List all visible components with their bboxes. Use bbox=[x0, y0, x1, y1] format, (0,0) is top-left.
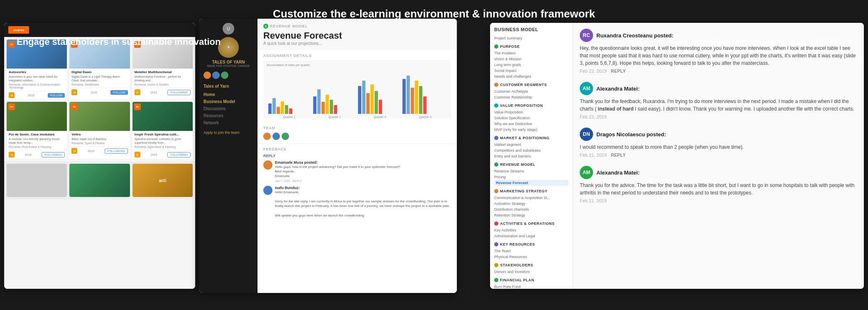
follow-button[interactable]: FOLLOW bbox=[48, 93, 65, 98]
card-actions: ♻ 2019 FOLLOW bbox=[7, 91, 67, 99]
follow-button[interactable]: FOLLOW bbox=[110, 90, 128, 95]
sidebar-item-home[interactable]: Home bbox=[204, 91, 253, 98]
bm-link-customer-archetype[interactable]: Customer Archetype bbox=[494, 89, 569, 94]
commenter-name: Alexandra Matei: bbox=[596, 86, 640, 92]
card-body: Pui de Somn. Casa modulara A modular, ec… bbox=[7, 131, 67, 150]
bm-link-revenue-streams[interactable]: Revenue Streams bbox=[494, 168, 569, 174]
commenter-name: Dragos Nicolaescu posted: bbox=[596, 131, 666, 138]
commenter-name: Emanuele Musa posted: bbox=[275, 160, 400, 165]
chart-label: Accumulation of sales per quarter bbox=[267, 64, 448, 66]
comment-block: RC Ruxandra Creosteanu posted: Hey, the … bbox=[580, 29, 857, 74]
bm-link-customer-relationship[interactable]: Customer Relationship bbox=[494, 94, 569, 100]
bm-link-project-summary[interactable]: Project summary bbox=[494, 35, 569, 41]
sidebar-item-resources[interactable]: Resources bbox=[204, 112, 253, 119]
comment-date: Feb 21, 2019 bbox=[580, 153, 607, 157]
revenue-title: Revenue Forecast bbox=[263, 30, 451, 41]
sidebar-item-network[interactable]: Network bbox=[204, 119, 253, 126]
revenue-subtitle: A quick look at our projections... bbox=[263, 41, 451, 46]
card-body: Digital Dawn Digital Dawn is a Light The… bbox=[69, 69, 130, 88]
reply-button[interactable]: REPLY bbox=[611, 153, 626, 157]
revenue-dot: $ bbox=[263, 24, 268, 29]
bm-link-retention[interactable]: Retention Strategy bbox=[494, 212, 569, 218]
bm-link-entry-exit[interactable]: Entry and exit barriers bbox=[494, 153, 569, 159]
section-dot-marketing bbox=[494, 189, 498, 193]
bar bbox=[334, 105, 337, 114]
sidebar-item-discussions[interactable]: Discussions bbox=[204, 105, 253, 112]
commenter-name: Alexandra Matei: bbox=[596, 170, 640, 176]
brand-name: TALES OF YARN bbox=[204, 60, 253, 64]
bm-link-donors[interactable]: Donors and Investors bbox=[494, 269, 569, 275]
section-dot-revenue bbox=[494, 162, 498, 167]
reply-button[interactable]: REPLY bbox=[611, 69, 626, 74]
bar bbox=[362, 81, 365, 114]
team-avatar-row bbox=[204, 71, 253, 79]
bm-link-needs[interactable]: Needs and challenges bbox=[494, 74, 569, 79]
bm-link-admin-legal[interactable]: Administrative and Legal bbox=[494, 233, 569, 239]
card-title: Mobilier Multifunctional bbox=[135, 70, 191, 74]
following-button[interactable]: FOLLOWING bbox=[167, 90, 191, 95]
card-year: 2019 bbox=[151, 153, 157, 156]
comment-text: Hello Emanuele,Sorry for the late reply.… bbox=[275, 190, 451, 218]
comment-header: DN Dragos Nicolaescu posted: bbox=[580, 128, 857, 141]
bm-link-social-impact[interactable]: Social impact bbox=[494, 68, 569, 74]
bm-link-comm-acq[interactable]: Communication & Acquisition St... bbox=[494, 195, 569, 201]
bm-link-physical-resources[interactable]: Physical Resources bbox=[494, 254, 569, 260]
section-label-stakeholders: STAKEHOLDERS bbox=[500, 263, 533, 267]
bm-link-burn-rate[interactable]: Burn Rate Fund bbox=[494, 284, 569, 289]
card-country: Romania, Healthcare bbox=[71, 83, 128, 86]
card-title: Pui de Somn. Casa modulara bbox=[9, 133, 65, 136]
reply-label[interactable]: REPLY bbox=[263, 154, 451, 158]
bar bbox=[379, 100, 382, 114]
bar bbox=[411, 88, 414, 114]
bar bbox=[358, 86, 361, 114]
card-body: Mobilier Multifunctional Multifunctional… bbox=[132, 69, 193, 88]
comment-header: AM Alexandra Matei: bbox=[580, 166, 857, 179]
section-dot-resources bbox=[494, 242, 498, 246]
comment-block: AM Alexandra Matei: Thank you for the ad… bbox=[580, 166, 857, 203]
following-button[interactable]: FOLLOWING bbox=[105, 148, 128, 154]
sidebar-item-business-model[interactable]: Business Model bbox=[204, 98, 253, 105]
bar bbox=[415, 81, 418, 114]
bm-link-distinctive[interactable]: Why we are Distinctive bbox=[494, 121, 569, 127]
bm-link-long-term[interactable]: Long term goals bbox=[494, 62, 569, 68]
card-actions: ♻ 2019 FOLLOWING bbox=[132, 88, 193, 96]
apply-link[interactable]: Apply to join the team bbox=[204, 130, 253, 135]
bm-link-competitors[interactable]: Competitors and substitutes bbox=[494, 148, 569, 153]
business-model-sidebar: BUSINESS MODEL Project summary PURPOSE T… bbox=[490, 23, 573, 289]
bm-link-the-team[interactable]: The Team bbox=[494, 248, 569, 254]
commenter-avatar: AM bbox=[580, 166, 593, 179]
center-sidebar: U ✦ TALES OF YARN MAKE FOR POSITIVE CHAN… bbox=[199, 19, 257, 293]
card-description: A modular, eco-friendly glamping house m… bbox=[9, 137, 65, 145]
following-button[interactable]: FOLLOWING bbox=[167, 152, 191, 157]
bm-link-value-prop[interactable]: Value Proposition bbox=[494, 109, 569, 115]
section-dot-purpose bbox=[494, 44, 498, 49]
bm-link-solution-spec[interactable]: Solution Specification bbox=[494, 115, 569, 121]
bm-link-the-problem[interactable]: The Problem bbox=[494, 50, 569, 56]
bm-section-value: VALUE PROPOSITION bbox=[494, 103, 569, 108]
card-country: Romania, Agriculture & Farming bbox=[135, 145, 191, 148]
bm-link-revenue-forecast[interactable]: Revenue Forecast bbox=[494, 180, 569, 186]
bm-link-mvp[interactable]: MVP (only for early stage) bbox=[494, 127, 569, 133]
card-body: Autovortex Autovortex is your own desk r… bbox=[7, 69, 67, 91]
card-title: Autovortex bbox=[9, 70, 65, 74]
following-button[interactable]: FOLLOWING bbox=[42, 152, 65, 157]
card-body: Inspir Fresh Spirulina culti... Spirulin… bbox=[132, 131, 193, 150]
sdg-icons: ♻ bbox=[9, 92, 15, 98]
bar-group-q3 bbox=[358, 81, 402, 114]
chart-bars bbox=[267, 68, 448, 114]
bm-link-vision[interactable]: Vision & Mission bbox=[494, 56, 569, 62]
section-dot-financial bbox=[494, 278, 498, 282]
chart-x-label: Quarter 2 bbox=[329, 116, 341, 118]
bm-link-market-segment[interactable]: Market segment bbox=[494, 142, 569, 148]
list-item: MM Mobilier Multifunctional Multifunctio… bbox=[132, 39, 193, 99]
main-title: Customize the e-learning environment & i… bbox=[273, 7, 595, 20]
bm-link-pricing[interactable]: Pricing bbox=[494, 174, 569, 180]
bm-link-key-activities[interactable]: Key Activities bbox=[494, 227, 569, 233]
list-item: IN Inspir Fresh Spirulina culti... Spiru… bbox=[132, 102, 193, 159]
left-panel-title: Engage stakeholders in sustainable innov… bbox=[17, 37, 221, 47]
bm-section-financial: FINANCIAL PLAN bbox=[494, 278, 569, 282]
card-country: Romania, Sport & Fitness bbox=[71, 142, 128, 145]
bm-link-activation[interactable]: Activation Strategy bbox=[494, 201, 569, 207]
bm-link-distribution[interactable]: Distribution channels bbox=[494, 207, 569, 212]
bar-group-q2 bbox=[313, 89, 357, 114]
